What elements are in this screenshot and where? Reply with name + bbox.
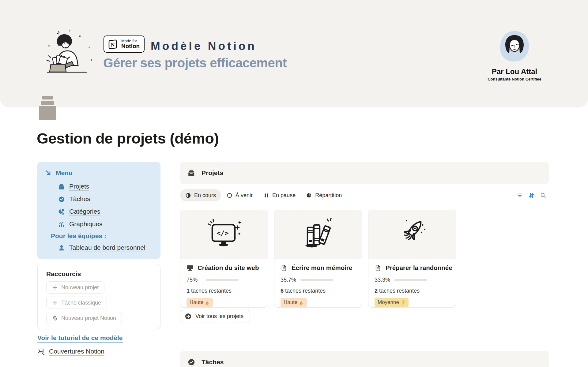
arrow-se-icon: [45, 169, 52, 177]
project-cards: </> Création du site web 75% 1 tâches re…: [180, 210, 456, 308]
project-title-icon: [187, 264, 194, 272]
project-card-cover: [368, 210, 456, 259]
priority-icon: [299, 300, 304, 305]
banner-title: Modèle Notion: [151, 40, 257, 53]
sidebar-menu-item[interactable]: Catégories: [58, 205, 160, 218]
project-progress: 33.3%: [375, 277, 450, 283]
projects-view-tab[interactable]: Répartition: [301, 189, 347, 201]
project-card[interactable]: Préparer la randonnée 33.3% 2 tâches res…: [368, 210, 456, 308]
sidebar-menu-item[interactable]: Tâches: [58, 193, 160, 205]
priority-icon: [401, 300, 405, 305]
see-all-label: Voir tous les projets: [195, 313, 243, 320]
progress-bar: [300, 279, 333, 281]
badge-line1: Made for: [121, 39, 140, 43]
menu-item-label[interactable]: Catégories: [69, 208, 100, 216]
see-all-projects-button[interactable]: Voir tous les projets: [180, 310, 250, 323]
tasks-count: 6: [281, 288, 284, 294]
project-card-cover: [274, 210, 362, 259]
menu-header: Menu: [45, 169, 160, 177]
tab-icon: [306, 193, 312, 198]
notion-n-icon: N: [107, 39, 118, 50]
author-avatar: [496, 29, 533, 66]
project-card[interactable]: </> Création du site web 75% 1 tâches re…: [180, 210, 268, 308]
tab-label: À venir: [236, 192, 253, 199]
projects-section-header: Projets: [180, 162, 549, 184]
project-title[interactable]: Écrire mon mémoire: [292, 264, 352, 272]
toolbar-icon[interactable]: [517, 192, 523, 199]
sidebar-item-team-dashboard[interactable]: Tableau de bord personnel: [58, 242, 160, 254]
shortcut-button[interactable]: Nouveau projet Notion: [46, 312, 122, 324]
check-circle-icon: [187, 358, 195, 366]
svg-text:</>: </>: [217, 229, 229, 237]
progress-bar: [206, 279, 239, 281]
author-block: Par Lou Attal Consultante Notion Certifi…: [478, 29, 551, 81]
priority-label: Haute: [190, 299, 203, 305]
project-title-icon: [281, 264, 288, 272]
menu-item-label[interactable]: Tâches: [69, 195, 90, 203]
tasks-remaining: 1 tâches restantes: [187, 288, 262, 294]
sidebar-menu-item[interactable]: Graphiques: [58, 218, 160, 230]
project-card-body: Écrire mon mémoire 35.7% 6 tâches restan…: [274, 259, 362, 307]
priority-tag: Moyenne: [375, 298, 409, 307]
tasks-suffix: tâches restantes: [190, 288, 232, 294]
page-icon-card-box[interactable]: [39, 96, 56, 121]
shortcut-button-label: Nouveau projet: [61, 284, 99, 291]
projects-view-tab[interactable]: En cours: [180, 189, 221, 201]
tasks-section-header: Tâches: [180, 351, 549, 367]
projects-title: Projets: [202, 169, 223, 177]
tab-label: Répartition: [315, 192, 342, 199]
shortcut-button[interactable]: Nouveau projet: [46, 281, 104, 294]
menu-card: Menu Projets Tâches Catégories Graphique…: [37, 162, 160, 259]
shortcut-button-icon: [52, 300, 58, 306]
priority-tag: Haute: [187, 298, 213, 307]
person-with-box-illustration: [45, 28, 94, 74]
tab-icon: [185, 193, 191, 198]
covers-link-label[interactable]: Couvertures Notion: [49, 348, 104, 356]
sidebar-menu-item[interactable]: Projets: [58, 180, 160, 193]
shortcut-button-label: Nouveau projet Notion: [61, 315, 116, 321]
shortcut-button-icon: [52, 285, 58, 290]
page-title: Gestion de projets (démo): [37, 130, 219, 147]
priority-label: Haute: [284, 299, 297, 305]
tab-icon: [263, 193, 269, 198]
tasks-remaining: 2 tâches restantes: [375, 288, 450, 294]
author-name: Par Lou Attal: [478, 67, 551, 76]
progress-bar: [394, 279, 427, 281]
svg-text:N: N: [111, 42, 115, 48]
progress-percent: 33.3%: [375, 277, 390, 283]
menu-item-label[interactable]: Graphiques: [69, 220, 103, 228]
box-icon: [187, 169, 195, 177]
project-card[interactable]: Écrire mon mémoire 35.7% 6 tâches restan…: [274, 210, 362, 308]
menu-item-icon: [58, 196, 65, 203]
tasks-suffix: tâches restantes: [378, 288, 420, 294]
tasks-count: 2: [375, 288, 378, 294]
priority-tag: Haute: [281, 298, 307, 307]
menu-item-label[interactable]: Projets: [69, 183, 89, 191]
priority-label: Moyenne: [378, 299, 399, 305]
menu-item-label[interactable]: Tableau de bord personnel: [69, 244, 145, 252]
menu-item-icon: [58, 208, 65, 215]
tab-icon: [227, 193, 232, 198]
menu-title: Menu: [56, 169, 73, 177]
shortcut-button-label: Tâche classique: [61, 300, 101, 306]
toolbar-icon[interactable]: [528, 192, 535, 199]
tutorial-link[interactable]: Voir le tutoriel de ce modèle: [37, 334, 123, 343]
shortcuts-title: Raccourcis: [46, 270, 160, 278]
menu-items: Projets Tâches Catégories Graphiques: [58, 180, 160, 230]
toolbar-icon[interactable]: [540, 192, 546, 199]
project-title[interactable]: Création du site web: [198, 264, 259, 272]
project-title[interactable]: Préparer la randonnée: [386, 264, 452, 272]
badge-line2: Notion: [121, 43, 140, 49]
projects-view-tab[interactable]: En pause: [258, 189, 301, 201]
shortcut-button-icon: [52, 315, 58, 321]
covers-link[interactable]: Couvertures Notion: [37, 348, 104, 356]
project-card-body: Création du site web 75% 1 tâches restan…: [180, 259, 268, 307]
tasks-suffix: tâches restantes: [284, 288, 326, 294]
tasks-remaining: 6 tâches restantes: [281, 288, 356, 294]
arrow-circle-icon: [185, 313, 192, 320]
shortcut-button[interactable]: Tâche classique: [46, 297, 107, 309]
person-icon: [58, 245, 65, 251]
progress-percent: 75%: [187, 277, 202, 283]
priority-icon: [205, 300, 210, 305]
projects-view-tab[interactable]: À venir: [221, 189, 258, 201]
